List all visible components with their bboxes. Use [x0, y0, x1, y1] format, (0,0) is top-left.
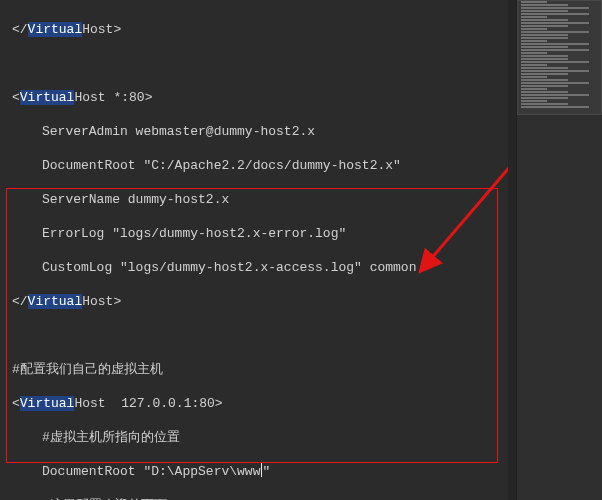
- tag-close: Host *:80>: [74, 90, 152, 105]
- tag-name-selected: Virtual: [20, 90, 75, 105]
- code-line: #配置我们自己的虚拟主机: [12, 361, 508, 378]
- tag-open: </: [12, 294, 28, 309]
- code-line: <VirtualHost *:80>: [12, 89, 508, 106]
- minimap[interactable]: [516, 0, 602, 500]
- code-line: </VirtualHost>: [12, 293, 508, 310]
- code-editor[interactable]: </VirtualHost> <VirtualHost *:80> Server…: [0, 0, 508, 500]
- code-line: CustomLog "logs/dummy-host2.x-access.log…: [12, 259, 508, 276]
- comment-text: #配置我们自己的虚拟主机: [12, 362, 163, 377]
- code-text: CustomLog "logs/dummy-host2.x-access.log…: [42, 260, 416, 275]
- tag-name-selected: Virtual: [28, 22, 83, 37]
- tag-name-selected: Virtual: [20, 396, 75, 411]
- editor-scrollbar[interactable]: [508, 0, 516, 500]
- tag-open: <: [12, 90, 20, 105]
- tag-close: Host>: [82, 22, 121, 37]
- code-text: DocumentRoot "D:\AppServ\www: [42, 464, 260, 479]
- code-line: DocumentRoot "D:\AppServ\www": [12, 463, 508, 480]
- code-text: DocumentRoot "C:/Apache2.2/docs/dummy-ho…: [42, 158, 401, 173]
- code-line: <VirtualHost 127.0.0.1:80>: [12, 395, 508, 412]
- comment-text: #虚拟主机所指向的位置: [42, 430, 180, 445]
- code-text: ServerName dummy-host2.x: [42, 192, 229, 207]
- minimap-viewport[interactable]: [517, 0, 602, 115]
- tag-name-selected: Virtual: [28, 294, 83, 309]
- tag-close: Host>: [82, 294, 121, 309]
- code-text: ": [262, 464, 270, 479]
- code-text: ServerAdmin webmaster@dummy-host2.x: [42, 124, 315, 139]
- tag-close: Host 127.0.0.1:80>: [74, 396, 222, 411]
- code-text: ErrorLog "logs/dummy-host2.x-error.log": [42, 226, 346, 241]
- code-line: DocumentRoot "C:/Apache2.2/docs/dummy-ho…: [12, 157, 508, 174]
- tag-open: <: [12, 396, 20, 411]
- code-line: #虚拟主机所指向的位置: [12, 429, 508, 446]
- code-line: [12, 327, 508, 344]
- code-line: ServerName dummy-host2.x: [12, 191, 508, 208]
- code-line: [12, 55, 508, 72]
- code-line: ErrorLog "logs/dummy-host2.x-error.log": [12, 225, 508, 242]
- code-line: </VirtualHost>: [12, 21, 508, 38]
- tag-open: </: [12, 22, 28, 37]
- code-line: ServerAdmin webmaster@dummy-host2.x: [12, 123, 508, 140]
